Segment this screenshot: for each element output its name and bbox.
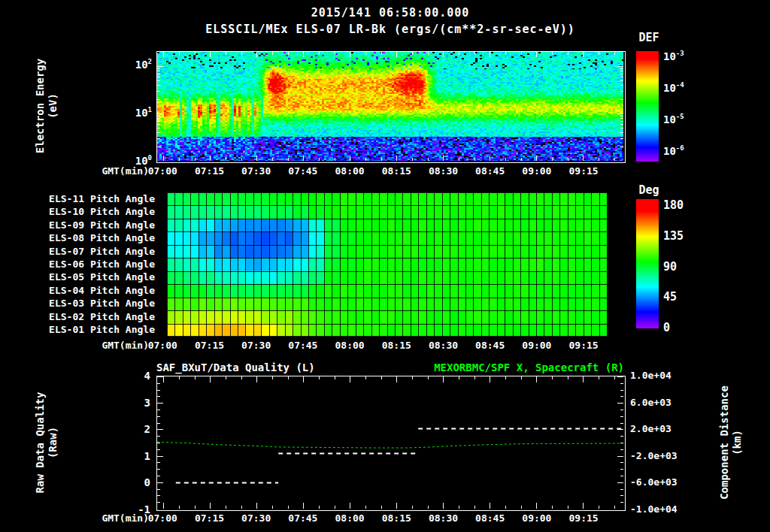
x-tick-label: 07:45 bbox=[284, 340, 322, 352]
plot-title: ELSSCIL/MEx ELS-07 LR-Bk (ergs/(cm**2-sr… bbox=[156, 23, 624, 36]
pitch-row-label: ELS-10 Pitch Angle bbox=[5, 206, 155, 218]
x-tick-label: 08:00 bbox=[331, 340, 368, 352]
def-colorbar-title: DEF bbox=[634, 32, 664, 44]
x-tick-label: 07:30 bbox=[238, 512, 275, 524]
pitch-row-label: ELS-01 Pitch Angle bbox=[5, 324, 155, 336]
quality-canvas bbox=[157, 376, 623, 509]
x-tick-label: 07:30 bbox=[238, 165, 275, 177]
pitch-row-label: ELS-11 Pitch Angle bbox=[5, 193, 155, 205]
x-tick-label: 08:15 bbox=[377, 512, 415, 524]
raw-data-quality-axis-title: Raw Data Quality (Raw) bbox=[34, 345, 59, 532]
pitch-row-label: ELS-09 Pitch Angle bbox=[5, 219, 155, 231]
quality-tick-label: 3 bbox=[113, 397, 150, 409]
pitch-row-label: ELS-08 Pitch Angle bbox=[5, 232, 155, 244]
deg-tick-label: 45 bbox=[663, 291, 701, 303]
x-tick-label: 09:15 bbox=[565, 165, 602, 177]
gmt-label-middle: GMT(min) bbox=[89, 340, 149, 352]
x-tick-label: 07:00 bbox=[144, 340, 181, 352]
component-distance-axis-line1: Component Distance bbox=[718, 385, 731, 500]
science-plot-screen: 2015/141 06:58:00.000 ELSSCIL/MEx ELS-07… bbox=[0, 0, 770, 532]
deg-colorbar-title: Deg bbox=[634, 184, 664, 196]
pitch-row-label: ELS-02 Pitch Angle bbox=[5, 311, 155, 323]
x-tick-label: 08:45 bbox=[471, 340, 509, 352]
x-tick-label: 07:30 bbox=[238, 340, 275, 352]
spectrogram-panel bbox=[156, 51, 626, 163]
quality-tick-label: 1 bbox=[113, 450, 150, 462]
x-tick-label: 08:00 bbox=[331, 165, 368, 177]
deg-tick-label: 0 bbox=[663, 322, 701, 334]
def-colorbar bbox=[636, 51, 659, 162]
x-tick-label: 08:15 bbox=[377, 340, 415, 352]
x-tick-label: 09:00 bbox=[518, 165, 556, 177]
raw-data-quality-axis-line1: Raw Data Quality bbox=[34, 392, 47, 494]
component-distance-axis-line2: (km) bbox=[731, 430, 744, 455]
def-tick-label: 10-6 bbox=[663, 145, 708, 157]
pitch-row-label: ELS-05 Pitch Angle bbox=[5, 271, 155, 283]
pitch-row-label: ELS-04 Pitch Angle bbox=[5, 285, 155, 297]
x-tick-label: 09:00 bbox=[518, 512, 556, 524]
spectrogram-canvas bbox=[157, 52, 623, 161]
def-tick-label: 10-5 bbox=[663, 113, 708, 125]
quality-title-right: MEXORBMC/SPF X, Spacecraft (R) bbox=[434, 361, 624, 373]
x-tick-label: 08:00 bbox=[331, 512, 368, 524]
x-tick-label: 08:15 bbox=[377, 165, 415, 177]
x-tick-label: 07:15 bbox=[190, 512, 228, 524]
electron-energy-axis-line1: Electron Energy bbox=[34, 59, 47, 153]
deg-tick-label: 90 bbox=[663, 261, 701, 273]
distance-tick-label: -6.0e+03 bbox=[630, 476, 698, 488]
x-tick-label: 09:00 bbox=[518, 340, 556, 352]
electron-energy-axis-line2: (eV) bbox=[47, 93, 59, 119]
x-tick-label: 08:30 bbox=[424, 340, 462, 352]
energy-tick-label: 100 bbox=[113, 155, 152, 167]
x-tick-label: 07:15 bbox=[190, 165, 228, 177]
quality-tick-label: 2 bbox=[113, 423, 150, 435]
energy-tick-label: 102 bbox=[113, 59, 152, 71]
timestamp: 2015/141 06:58:00.000 bbox=[156, 6, 624, 20]
pitch-angle-canvas bbox=[167, 192, 624, 337]
x-tick-label: 08:30 bbox=[424, 512, 462, 524]
quality-tick-label: 0 bbox=[113, 476, 150, 488]
raw-data-quality-axis-line2: (Raw) bbox=[47, 427, 59, 458]
def-tick-label: 10-3 bbox=[663, 50, 708, 62]
x-tick-label: 08:45 bbox=[471, 165, 509, 177]
x-tick-label: 08:45 bbox=[471, 512, 509, 524]
def-tick-label: 10-4 bbox=[663, 82, 708, 94]
distance-tick-label: -1.0e+04 bbox=[630, 503, 698, 515]
distance-tick-label: 6.0e+03 bbox=[630, 397, 698, 409]
pitch-row-label: ELS-06 Pitch Angle bbox=[5, 258, 155, 271]
x-tick-label: 08:30 bbox=[424, 165, 462, 177]
quality-title-left: SAF_BXuT/Data Quality (L) bbox=[156, 361, 315, 373]
x-tick-label: 07:45 bbox=[284, 512, 322, 524]
deg-colorbar bbox=[636, 199, 659, 328]
distance-tick-label: 1.0e+04 bbox=[630, 370, 698, 382]
energy-tick-label: 101 bbox=[113, 107, 152, 119]
quality-tick-label: 4 bbox=[113, 370, 150, 382]
x-tick-label: 09:15 bbox=[565, 340, 602, 352]
x-tick-label: 07:45 bbox=[284, 165, 322, 177]
x-tick-label: 07:00 bbox=[144, 165, 181, 177]
quality-tick-label: -1 bbox=[113, 503, 150, 515]
deg-tick-label: 180 bbox=[663, 199, 701, 211]
x-tick-label: 07:15 bbox=[190, 340, 228, 352]
component-distance-axis-title: Component Distance (km) bbox=[718, 345, 744, 532]
deg-tick-label: 135 bbox=[663, 230, 701, 242]
quality-panel-titles: SAF_BXuT/Data Quality (L) MEXORBMC/SPF X… bbox=[156, 361, 624, 373]
quality-panel bbox=[156, 376, 626, 511]
distance-tick-label: 2.0e+03 bbox=[630, 423, 698, 435]
gmt-label-top: GMT(min) bbox=[89, 165, 149, 177]
distance-tick-label: -2.0e+03 bbox=[630, 450, 698, 462]
x-tick-label: 09:15 bbox=[565, 512, 602, 524]
pitch-row-label: ELS-07 Pitch Angle bbox=[5, 246, 155, 258]
pitch-row-label: ELS-03 Pitch Angle bbox=[5, 298, 155, 310]
electron-energy-axis-title: Electron Energy (eV) bbox=[34, 8, 59, 204]
